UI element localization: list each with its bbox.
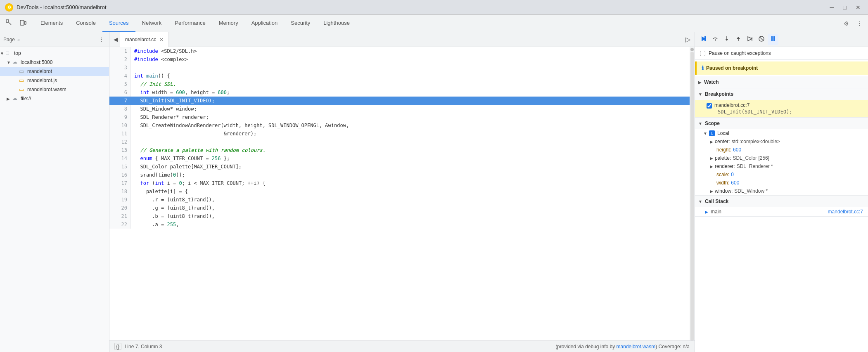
breakpoint-item: mandelbrot.cc:7 SDL_Init(SDL_INIT_VIDEO)… — [695, 100, 868, 117]
paused-on-breakpoint-text: Paused on breakpoint — [706, 65, 758, 71]
status-wasm-link[interactable]: mandelbrot.wasm — [617, 344, 656, 350]
tree-item-file[interactable]: ▶ ☁ file:// — [0, 94, 109, 103]
more-options-icon[interactable]: ⋮ — [97, 36, 106, 43]
cloud-icon-file: ☁ — [12, 95, 19, 102]
file-tab-back[interactable]: ◀ — [111, 35, 120, 43]
tab-application[interactable]: Application — [245, 15, 285, 32]
svg-rect-0 — [6, 20, 9, 22]
debug-toolbar — [695, 32, 868, 47]
tree-item-mandelbrot[interactable]: ▭ mandelbrot — [0, 67, 109, 76]
watch-section-header[interactable]: ▶ Watch — [695, 76, 868, 88]
tree-label-localhost: localhost:5000 — [21, 59, 52, 65]
settings-icon[interactable]: ⚙ — [841, 19, 851, 28]
call-stack-title: Call Stack — [705, 198, 728, 204]
deactivate-breakpoints-button[interactable] — [756, 34, 767, 45]
step-button[interactable] — [745, 34, 755, 45]
scope-palette[interactable]: ▶ palette: SDL_Color [256] — [695, 154, 868, 162]
tab-network[interactable]: Network — [135, 15, 168, 32]
breakpoint-code: SDL_Init(SDL_INIT_VIDEO); — [714, 109, 792, 115]
scope-local-header[interactable]: ▼ L Local — [695, 129, 868, 137]
scope-height: height: 600 — [695, 146, 868, 154]
close-button[interactable]: ✕ — [853, 3, 863, 12]
right-panel: Pause on caught exceptions ℹ Paused on b… — [695, 32, 868, 352]
tree-item-top[interactable]: ▼ □ top — [0, 49, 109, 58]
more-menu-icon[interactable]: ⋮ — [854, 19, 865, 28]
maximize-button[interactable]: □ — [841, 3, 849, 12]
tree-item-localhost[interactable]: ▼ ☁ localhost:5000 — [0, 58, 109, 67]
scope-renderer[interactable]: ▶ renderer: SDL_Renderer * — [695, 162, 868, 170]
minimize-button[interactable]: ─ — [828, 3, 837, 12]
code-line-7: 7 SDL_Init(SDL_INIT_VIDEO); — [109, 97, 690, 105]
left-panel-expand[interactable]: » — [17, 37, 20, 42]
code-line-14: 14 enum { MAX_ITER_COUNT = 256 }; — [109, 154, 690, 163]
tree-item-mandelbrot-wasm[interactable]: ▭ mandelbrot.wasm — [0, 85, 109, 94]
code-line-15: 15 SDL_Color palette[MAX_ITER_COUNT]; — [109, 163, 690, 171]
code-line-6: 6 int width = 600, height = 600; — [109, 88, 690, 97]
local-icon: L — [709, 130, 715, 136]
inspect-icon[interactable] — [3, 18, 15, 29]
scope-section-header[interactable]: ▼ Scope — [695, 118, 868, 129]
tab-sources[interactable]: Sources — [102, 15, 135, 32]
window-controls: ─ □ ✕ — [828, 3, 863, 12]
watch-arrow: ▶ — [698, 80, 702, 85]
tree-label-js: mandelbrot.js — [27, 78, 57, 83]
tab-elements[interactable]: Elements — [34, 15, 69, 32]
svg-rect-4 — [704, 36, 706, 41]
tab-security[interactable]: Security — [284, 15, 317, 32]
status-icon[interactable]: {} — [114, 343, 121, 350]
breakpoints-section-header[interactable]: ▼ Breakpoints — [695, 88, 868, 100]
step-over-button[interactable] — [710, 34, 721, 45]
tree-arrow-top: ▼ — [0, 51, 6, 56]
code-line-3: 3 — [109, 64, 690, 72]
pause-on-caught-checkbox[interactable] — [700, 51, 705, 56]
code-line-17: 17 for (int i = 0; i < MAX_ITER_COUNT; +… — [109, 179, 690, 187]
file-tab-close-button[interactable]: ✕ — [159, 37, 164, 43]
pause-on-exceptions-button[interactable] — [768, 34, 778, 45]
breakpoints-section-title: Breakpoints — [705, 91, 733, 97]
breakpoints-section: ▼ Breakpoints mandelbrot.cc:7 SDL_Init(S… — [695, 88, 868, 118]
code-line-8: 8 SDL_Window* window; — [109, 105, 690, 113]
device-toolbar-icon[interactable] — [17, 18, 29, 29]
breakpoint-file: mandelbrot.cc:7 — [714, 102, 792, 108]
file-tab-filename: mandelbrot.cc — [125, 37, 156, 43]
file-tab-pretty-print[interactable]: ▷ — [683, 35, 693, 43]
code-scroll[interactable]: 1 #include <SDL2/SDL.h> 2 #include <comp… — [109, 47, 690, 340]
svg-line-14 — [759, 37, 764, 41]
code-line-11: 11 &renderer); — [109, 130, 690, 138]
callstack-main[interactable]: ▶ main mandelbrot.cc:7 — [695, 207, 868, 216]
tab-memory[interactable]: Memory — [212, 15, 245, 32]
scope-scale: scale: 0 — [695, 170, 868, 179]
file-tree: ▼ □ top ▼ ☁ localhost:5000 ▭ mandelbrot — [0, 47, 109, 352]
code-scrollbar[interactable] — [690, 47, 695, 340]
code-line-2: 2 #include <complex> — [109, 55, 690, 64]
step-out-button[interactable] — [733, 34, 744, 45]
scope-center[interactable]: ▶ center: std::complex<double> — [695, 137, 868, 146]
tab-performance[interactable]: Performance — [168, 15, 212, 32]
scope-window[interactable]: ▶ window: SDL_Window * — [695, 187, 868, 195]
file-icon-wasm: ▭ — [19, 86, 26, 93]
file-tab-mandelbrot-cc[interactable]: mandelbrot.cc ✕ — [120, 32, 169, 47]
tab-console[interactable]: Console — [69, 15, 102, 32]
callstack-pointer-icon: ▶ — [705, 210, 708, 214]
code-line-9: 9 SDL_Renderer* renderer; — [109, 113, 690, 121]
watch-section: ▶ Watch — [695, 76, 868, 88]
tabbar-right-icons: ⚙ ⋮ — [841, 19, 865, 28]
file-tabs: ◀ mandelbrot.cc ✕ ▷ — [109, 32, 695, 47]
watch-section-title: Watch — [704, 79, 719, 85]
step-into-button[interactable] — [721, 34, 732, 45]
tree-item-mandelbrot-js[interactable]: ▭ mandelbrot.js — [0, 76, 109, 85]
cloud-icon-localhost: ☁ — [12, 59, 19, 66]
titlebar: ⚙ DevTools - localhost:5000/mandelbrot ─… — [0, 0, 868, 15]
status-right: ) Coverage: n/a — [655, 344, 690, 350]
right-content[interactable]: Pause on caught exceptions ℹ Paused on b… — [695, 47, 868, 352]
call-stack-header[interactable]: ▼ Call Stack — [695, 196, 868, 207]
folder-icon-top: □ — [6, 50, 12, 57]
info-icon: ℹ — [702, 65, 704, 71]
breakpoint-checkbox[interactable] — [707, 103, 712, 109]
tab-lighthouse[interactable]: Lighthouse — [317, 15, 356, 32]
window-title: DevTools - localhost:5000/mandelbrot — [17, 4, 824, 10]
callstack-file-main[interactable]: mandelbrot.cc:7 — [828, 209, 863, 215]
code-area[interactable]: 1 #include <SDL2/SDL.h> 2 #include <comp… — [109, 47, 695, 340]
tree-label-mandelbrot: mandelbrot — [27, 69, 52, 74]
resume-button[interactable] — [698, 34, 709, 45]
